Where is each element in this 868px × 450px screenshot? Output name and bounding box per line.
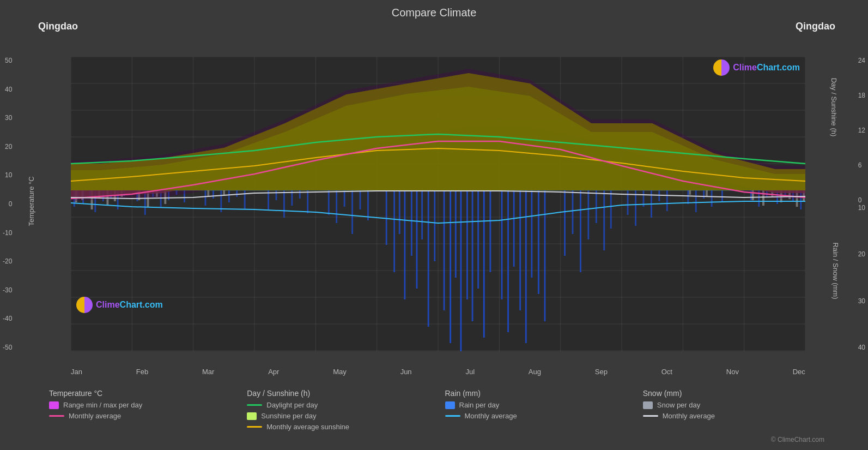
svg-rect-79 <box>507 190 509 332</box>
svg-rect-77 <box>489 190 491 272</box>
legend-line-monthly-avg-rain <box>445 415 460 417</box>
svg-rect-103 <box>721 190 723 201</box>
y-axis-right-sunshine-title: Day / Sunshine (h) <box>830 78 839 137</box>
svg-rect-86 <box>564 190 566 256</box>
logo-icon-bottom <box>76 297 93 313</box>
svg-rect-99 <box>687 190 689 204</box>
svg-rect-60 <box>386 190 387 245</box>
copyright: © ClimeChart.com <box>771 436 824 443</box>
svg-rect-97 <box>658 190 660 201</box>
svg-rect-92 <box>610 190 612 229</box>
svg-rect-76 <box>483 190 485 338</box>
legend-line-daylight <box>247 404 262 406</box>
page-title: Compare Climate <box>0 0 868 21</box>
svg-rect-102 <box>711 190 713 207</box>
chart-svg <box>71 57 805 351</box>
svg-rect-66 <box>421 190 423 239</box>
y-axis-right-bottom: 10 20 30 40 <box>858 204 865 351</box>
svg-rect-64 <box>411 190 412 256</box>
logo-top-right: ClimeChart.com <box>713 59 800 76</box>
svg-rect-49 <box>276 190 277 200</box>
city-label-left: Qingdao <box>38 21 78 32</box>
svg-rect-54 <box>328 190 330 215</box>
logo-icon-top <box>713 59 730 76</box>
svg-rect-82 <box>525 190 527 343</box>
svg-rect-57 <box>351 190 353 234</box>
legend-section-snow: Snow (mm) Snow per day Monthly average <box>643 389 824 434</box>
chart-wrapper: 50 40 30 20 10 0 -10 -20 -30 -40 -50 Tem… <box>38 38 835 365</box>
svg-rect-71 <box>455 190 457 278</box>
legend-label-monthly-avg-snow: Monthly average <box>663 412 715 420</box>
svg-rect-68 <box>434 190 435 261</box>
svg-rect-123 <box>223 190 225 195</box>
legend-swatch-temp-range <box>49 401 59 409</box>
svg-rect-67 <box>428 190 429 327</box>
svg-rect-43 <box>213 190 214 199</box>
svg-rect-75 <box>477 190 479 289</box>
svg-rect-69 <box>444 190 445 310</box>
svg-rect-80 <box>513 190 515 267</box>
svg-rect-85 <box>544 190 545 321</box>
svg-rect-98 <box>666 190 668 211</box>
svg-rect-78 <box>501 190 503 299</box>
y-axis-right-rain-title: Rain / Snow (mm) <box>831 242 839 299</box>
svg-rect-52 <box>299 190 301 199</box>
legend-label-monthly-avg-temp: Monthly average <box>69 412 121 420</box>
svg-rect-101 <box>703 190 705 199</box>
legend-section-rain: Rain (mm) Rain per day Monthly average <box>445 389 627 434</box>
logo-bottom-left: ClimeChart.com <box>76 297 163 313</box>
x-axis-labels: Jan Feb Mar Apr May Jun Jul Aug Sep Oct … <box>71 368 805 376</box>
legend-line-monthly-avg-snow <box>643 415 658 417</box>
svg-rect-62 <box>399 190 400 234</box>
svg-rect-42 <box>205 190 207 206</box>
svg-rect-72 <box>460 190 462 351</box>
svg-rect-45 <box>228 190 230 202</box>
svg-rect-59 <box>367 190 369 220</box>
y-axis-right-top: 24 18 12 6 0 <box>858 57 865 204</box>
city-label-right: Qingdao <box>796 21 835 32</box>
svg-rect-74 <box>472 190 474 321</box>
svg-rect-61 <box>393 190 395 272</box>
svg-rect-70 <box>450 190 451 343</box>
svg-rect-122 <box>207 190 209 196</box>
legend-area: Temperature °C Range min / max per day M… <box>38 381 835 439</box>
svg-rect-50 <box>283 190 285 218</box>
svg-rect-46 <box>236 190 238 197</box>
legend-section-temperature: Temperature °C Range min / max per day M… <box>49 389 230 434</box>
svg-rect-83 <box>531 190 532 278</box>
legend-swatch-rain <box>445 401 455 409</box>
svg-rect-88 <box>580 190 581 272</box>
svg-rect-63 <box>404 190 405 299</box>
page-container: Compare Climate Qingdao Qingdao 50 40 30… <box>0 0 868 450</box>
svg-rect-55 <box>336 190 337 223</box>
svg-rect-73 <box>466 190 468 299</box>
svg-rect-89 <box>587 190 589 239</box>
svg-rect-94 <box>635 190 636 226</box>
legend-swatch-snow <box>643 401 653 409</box>
svg-rect-124 <box>689 190 691 195</box>
svg-rect-91 <box>603 190 605 250</box>
svg-rect-90 <box>596 190 597 223</box>
legend-swatch-sunshine <box>247 412 257 420</box>
svg-rect-58 <box>360 190 361 209</box>
svg-rect-65 <box>416 190 418 289</box>
svg-rect-100 <box>695 190 697 212</box>
legend-line-avg-sunshine <box>247 426 262 428</box>
y-axis-left: 50 40 30 20 10 0 -10 -20 -30 -40 -50 <box>3 57 12 351</box>
svg-rect-84 <box>538 190 539 294</box>
svg-rect-56 <box>344 190 345 207</box>
legend-label-monthly-avg-rain: Monthly average <box>465 412 517 420</box>
svg-rect-81 <box>519 190 521 310</box>
legend-line-monthly-avg-temp <box>49 415 64 417</box>
y-axis-left-title: Temperature °C <box>27 176 35 226</box>
svg-rect-87 <box>572 190 574 234</box>
svg-rect-53 <box>307 190 308 213</box>
legend-section-sunshine: Day / Sunshine (h) Daylight per day Suns… <box>247 389 428 434</box>
